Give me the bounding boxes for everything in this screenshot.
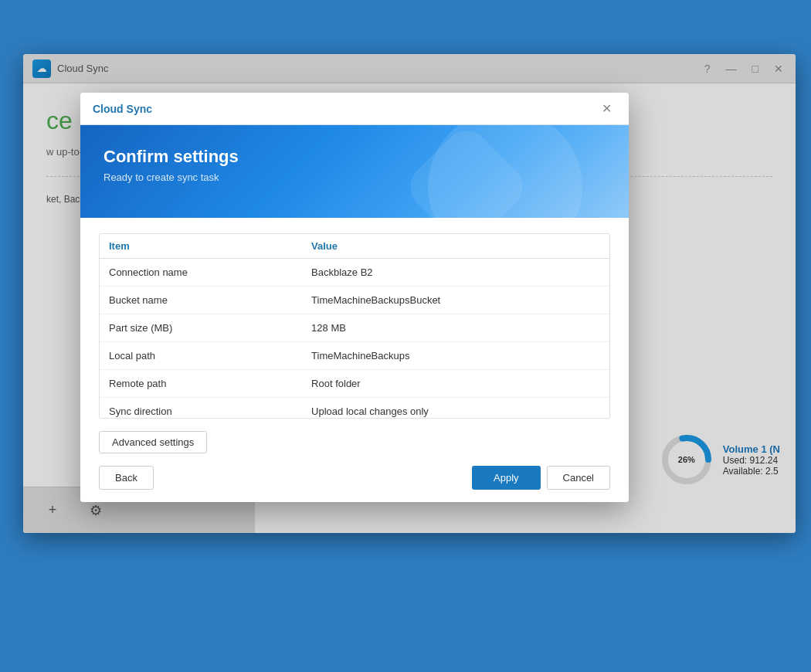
col-value: Value: [302, 234, 609, 259]
table-row: Local pathTimeMachineBackups: [100, 342, 609, 370]
table-cell-value: Root folder: [302, 370, 609, 398]
main-window: ☁ Cloud Sync ? — □ ✕ ce w up-to-date. ke…: [23, 54, 796, 533]
dialog-banner: Confirm settings Ready to create sync ta…: [80, 125, 629, 218]
table-header-row: Item Value: [100, 234, 609, 259]
table-cell-value: TimeMachineBackups: [302, 342, 609, 370]
table-row: Part size (MB)128 MB: [100, 314, 609, 342]
table-cell-value: TimeMachineBackupsBucket: [302, 287, 609, 314]
cancel-button[interactable]: Cancel: [547, 466, 610, 490]
table-cell-value: Backblaze B2: [302, 259, 609, 287]
dialog-titlebar: Cloud Sync ✕: [80, 93, 629, 125]
advanced-settings-button[interactable]: Advanced settings: [99, 431, 207, 453]
back-button[interactable]: Back: [99, 466, 154, 490]
table-cell-item: Sync direction: [100, 398, 302, 419]
banner-title: Confirm settings: [103, 147, 606, 167]
dialog-body: Item Value Connection nameBackblaze B2Bu…: [80, 218, 629, 453]
confirm-dialog: Cloud Sync ✕ Confirm settings Ready to c…: [80, 93, 629, 502]
table-cell-value: Upload local changes only: [302, 398, 609, 419]
table-cell-item: Connection name: [100, 259, 302, 287]
table-cell-item: Bucket name: [100, 287, 302, 314]
table-row: Bucket nameTimeMachineBackupsBucket: [100, 287, 609, 314]
dialog-close-button[interactable]: ✕: [597, 100, 616, 117]
table-cell-item: Part size (MB): [100, 314, 302, 342]
banner-subtitle: Ready to create sync task: [103, 171, 606, 183]
apply-button[interactable]: Apply: [472, 466, 541, 490]
table-row: Connection nameBackblaze B2: [100, 259, 609, 287]
table-cell-item: Remote path: [100, 370, 302, 398]
table-row: Remote pathRoot folder: [100, 370, 609, 398]
table-cell-item: Local path: [100, 342, 302, 370]
footer-right: Apply Cancel: [472, 466, 610, 490]
settings-table-wrapper: Item Value Connection nameBackblaze B2Bu…: [99, 233, 610, 419]
col-item: Item: [100, 234, 302, 259]
table-row: Sync directionUpload local changes only: [100, 398, 609, 419]
dialog-footer: Back Apply Cancel: [80, 453, 629, 502]
dialog-title: Cloud Sync: [93, 103, 152, 115]
table-cell-value: 128 MB: [302, 314, 609, 342]
settings-table: Item Value Connection nameBackblaze B2Bu…: [100, 234, 609, 419]
